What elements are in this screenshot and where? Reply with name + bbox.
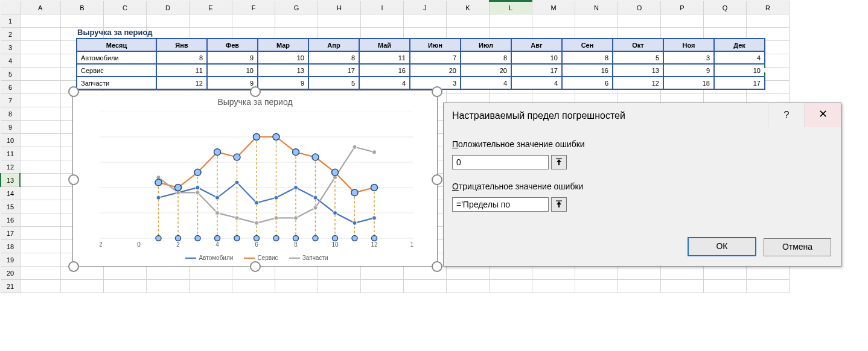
chart-handle-ml[interactable] — [68, 174, 79, 185]
cell-A14[interactable] — [20, 187, 61, 200]
cell-D21[interactable] — [147, 280, 190, 293]
cell-P20[interactable] — [661, 267, 704, 280]
col-header-P[interactable]: P — [661, 1, 704, 14]
cell-A19[interactable] — [20, 253, 61, 267]
positive-error-range-picker[interactable] — [551, 155, 567, 169]
row-header-3[interactable]: 3 — [1, 41, 20, 54]
row-header-19[interactable]: 19 — [1, 253, 20, 267]
cell-C20[interactable] — [104, 267, 147, 280]
chart-object[interactable]: Выручка за период 0510152025-20246810121… — [72, 90, 438, 267]
cell-L1[interactable] — [490, 14, 532, 28]
cell-H21[interactable] — [318, 280, 361, 293]
cell-A5[interactable] — [20, 68, 61, 81]
cell-A16[interactable] — [20, 213, 61, 227]
cell-N20[interactable] — [575, 267, 618, 280]
negative-error-input[interactable] — [452, 197, 549, 212]
cell-J1[interactable] — [404, 14, 447, 28]
positive-error-input[interactable] — [452, 155, 549, 169]
chart-handle-tr[interactable] — [432, 86, 442, 97]
col-header-K[interactable]: K — [447, 1, 490, 14]
cell-O20[interactable] — [618, 267, 661, 280]
cell-N1[interactable] — [575, 14, 618, 28]
cancel-button[interactable]: Отмена — [764, 238, 831, 256]
chart-handle-bm[interactable] — [250, 261, 261, 272]
chart-handle-tl[interactable] — [68, 86, 79, 97]
row-header-12[interactable]: 12 — [1, 160, 20, 174]
select-all-corner[interactable] — [1, 1, 20, 14]
col-header-C[interactable]: C — [104, 1, 147, 14]
col-header-H[interactable]: H — [318, 1, 361, 14]
cell-G1[interactable] — [275, 14, 318, 28]
row-header-2[interactable]: 2 — [1, 28, 20, 41]
negative-error-range-picker[interactable] — [551, 197, 567, 212]
cell-M20[interactable] — [532, 267, 575, 280]
col-header-Q[interactable]: Q — [704, 1, 747, 14]
row-header-8[interactable]: 8 — [1, 107, 20, 121]
cell-N21[interactable] — [575, 280, 618, 293]
row-header-16[interactable]: 16 — [1, 213, 20, 227]
row-header-13[interactable]: 13 — [1, 174, 20, 187]
cell-A13[interactable] — [20, 174, 61, 187]
col-header-D[interactable]: D — [147, 1, 190, 14]
row-header-10[interactable]: 10 — [1, 134, 20, 147]
chart-handle-mr[interactable] — [432, 174, 442, 185]
cell-A17[interactable] — [20, 227, 61, 240]
cell-H1[interactable] — [318, 14, 361, 28]
row-header-21[interactable]: 21 — [1, 280, 20, 293]
cell-A10[interactable] — [20, 134, 61, 147]
row-header-5[interactable]: 5 — [1, 68, 20, 81]
cell-B1[interactable] — [61, 14, 104, 28]
col-header-O[interactable]: O — [618, 1, 661, 14]
cell-F1[interactable] — [232, 14, 275, 28]
cell-O21[interactable] — [618, 280, 661, 293]
dialog-close-button[interactable]: ✕ — [804, 103, 841, 127]
col-header-E[interactable]: E — [190, 1, 232, 14]
cell-Q21[interactable] — [704, 280, 747, 293]
row-header-15[interactable]: 15 — [1, 200, 20, 213]
cell-I1[interactable] — [361, 14, 404, 28]
cell-D1[interactable] — [147, 14, 190, 28]
cell-J21[interactable] — [404, 280, 447, 293]
cell-K1[interactable] — [447, 14, 490, 28]
cell-A20[interactable] — [20, 267, 61, 280]
cell-A4[interactable] — [20, 54, 61, 68]
cell-A15[interactable] — [20, 200, 61, 213]
cell-E1[interactable] — [190, 14, 232, 28]
row-header-7[interactable]: 7 — [1, 94, 20, 107]
chart-handle-bl[interactable] — [68, 261, 79, 272]
cell-P21[interactable] — [661, 280, 704, 293]
cell-C21[interactable] — [104, 280, 147, 293]
col-header-M[interactable]: M — [532, 1, 575, 14]
chart-handle-tm[interactable] — [250, 86, 261, 97]
cell-A9[interactable] — [20, 121, 61, 134]
col-header-N[interactable]: N — [575, 1, 618, 14]
cell-E21[interactable] — [190, 280, 232, 293]
cell-F21[interactable] — [232, 280, 275, 293]
cell-K20[interactable] — [447, 267, 490, 280]
cell-Q20[interactable] — [704, 267, 747, 280]
cell-L21[interactable] — [490, 280, 532, 293]
row-header-6[interactable]: 6 — [1, 81, 20, 94]
cell-Q1[interactable] — [704, 14, 747, 28]
cell-I20[interactable] — [361, 267, 404, 280]
row-header-4[interactable]: 4 — [1, 54, 20, 68]
col-header-F[interactable]: F — [232, 1, 275, 14]
cell-A18[interactable] — [20, 240, 61, 253]
cell-K21[interactable] — [447, 280, 490, 293]
col-header-A[interactable]: A — [20, 1, 61, 14]
cell-D20[interactable] — [147, 267, 190, 280]
col-header-I[interactable]: I — [361, 1, 404, 14]
cell-H20[interactable] — [318, 267, 361, 280]
cell-M1[interactable] — [532, 14, 575, 28]
col-header-B[interactable]: B — [61, 1, 104, 14]
col-header-L[interactable]: L — [490, 1, 532, 14]
cell-R1[interactable] — [747, 14, 790, 28]
row-header-1[interactable]: 1 — [1, 14, 20, 28]
cell-B20[interactable] — [61, 267, 104, 280]
cell-G21[interactable] — [275, 280, 318, 293]
cell-A8[interactable] — [20, 107, 61, 121]
ok-button[interactable]: ОК — [688, 237, 756, 256]
row-header-18[interactable]: 18 — [1, 240, 20, 253]
row-header-9[interactable]: 9 — [1, 121, 20, 134]
chart-handle-br[interactable] — [432, 261, 442, 272]
